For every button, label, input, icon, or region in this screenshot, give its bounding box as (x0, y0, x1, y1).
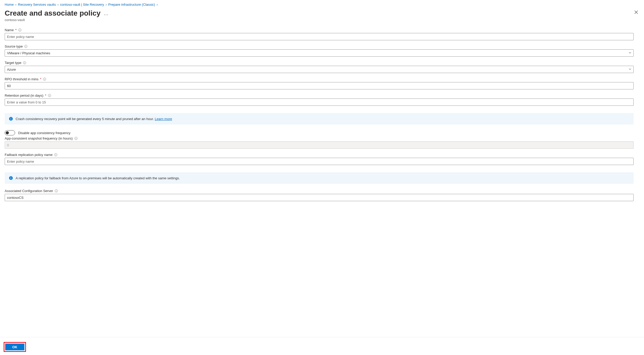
info-icon[interactable] (74, 137, 78, 140)
breadcrumb-prepare[interactable]: Prepare infrastructure (Classic) (108, 3, 155, 6)
chevron-right-icon: › (15, 3, 16, 6)
source-type-select[interactable]: VMware / Physical machines (5, 49, 634, 57)
field-rpo: RPO threshold in mins * (5, 77, 634, 89)
breadcrumb-vaults[interactable]: Recovery Services vaults (18, 3, 56, 6)
required-mark: * (45, 94, 46, 97)
info-bar-failback: A replication policy for failback from A… (5, 172, 634, 184)
label-associated-server: Associated Configuration Server (5, 189, 53, 193)
label-source-type: Source type (5, 44, 23, 48)
info-icon[interactable] (55, 189, 58, 193)
svg-point-9 (49, 95, 50, 95)
close-icon (634, 10, 638, 14)
svg-point-14 (76, 138, 76, 138)
policy-form: Name * Source type VMware / Physical mac… (5, 28, 634, 201)
field-target-type: Target type Azure (5, 61, 634, 73)
disable-app-consistency-toggle[interactable] (5, 130, 15, 135)
label-app-snapshot: App-consistent snapshot frequency (in ho… (5, 136, 73, 140)
info-icon[interactable] (48, 94, 51, 97)
svg-point-16 (56, 154, 56, 154)
footer-separator (0, 337, 644, 337)
name-input[interactable] (5, 33, 634, 40)
chevron-right-icon: › (57, 3, 58, 6)
svg-point-3 (26, 46, 26, 46)
field-associated-server: Associated Configuration Server (5, 189, 634, 201)
svg-rect-12 (11, 119, 11, 120)
info-icon[interactable] (23, 61, 26, 64)
svg-point-21 (56, 190, 56, 190)
info-icon[interactable] (54, 153, 57, 156)
label-failback-name: Failback replication policy name (5, 153, 52, 157)
chevron-right-icon: › (156, 3, 157, 6)
info-icon[interactable] (43, 77, 46, 81)
failback-name-input[interactable] (5, 158, 634, 165)
toggle-knob (6, 131, 9, 134)
footer: OK (4, 342, 26, 352)
svg-point-11 (11, 118, 11, 118)
field-retention: Retention period (in days) * (5, 94, 634, 106)
toggle-label: Disable app consistency frequency (18, 131, 70, 135)
required-mark: * (15, 28, 17, 32)
field-app-snapshot: App-consistent snapshot frequency (in ho… (5, 136, 634, 149)
field-name: Name * (5, 28, 634, 40)
retention-input[interactable] (5, 98, 634, 106)
label-target-type: Target type (5, 61, 21, 65)
label-name: Name (5, 28, 14, 32)
ok-button-highlight: OK (4, 342, 26, 352)
associated-server-input[interactable] (5, 194, 634, 201)
learn-more-link[interactable]: Learn more (155, 117, 172, 121)
source-type-value: VMware / Physical machines (5, 49, 634, 57)
target-type-select[interactable]: Azure (5, 66, 634, 73)
info-icon (9, 176, 13, 180)
rpo-input[interactable] (5, 82, 634, 89)
svg-point-18 (11, 177, 11, 178)
info-icon (9, 117, 13, 121)
info-bar-text: Crash consistency recovery point will be… (16, 117, 172, 121)
ok-button[interactable]: OK (5, 344, 24, 350)
label-rpo: RPO threshold in mins (5, 77, 38, 81)
more-actions-button[interactable]: ⋯ (104, 9, 109, 17)
required-mark: * (40, 77, 41, 81)
info-icon[interactable] (18, 28, 22, 32)
close-button[interactable] (633, 9, 639, 16)
page-header: Create and associate policy ⋯ (5, 9, 639, 17)
target-type-value: Azure (5, 66, 634, 73)
info-icon[interactable] (24, 45, 28, 48)
label-retention: Retention period (in days) (5, 94, 43, 97)
breadcrumb: Home › Recovery Services vaults › contos… (5, 3, 639, 6)
svg-rect-19 (11, 178, 11, 179)
info-bar-crash-consistency: Crash consistency recovery point will be… (5, 113, 634, 124)
chevron-right-icon: › (106, 3, 107, 6)
svg-point-7 (44, 78, 45, 79)
field-source-type: Source type VMware / Physical machines (5, 44, 634, 57)
breadcrumb-vault-instance[interactable]: contoso-vault | Site Recovery (60, 3, 104, 6)
page-title: Create and associate policy (5, 9, 101, 17)
field-failback-name: Failback replication policy name (5, 153, 634, 165)
info-bar-text: A replication policy for failback from A… (16, 176, 180, 180)
app-snapshot-input (5, 141, 634, 149)
toggle-row-app-consistency: Disable app consistency frequency (5, 130, 634, 135)
svg-point-5 (24, 62, 25, 62)
breadcrumb-home[interactable]: Home (5, 3, 14, 6)
page-subtitle: contoso-vault (5, 18, 639, 22)
svg-point-1 (20, 29, 20, 30)
